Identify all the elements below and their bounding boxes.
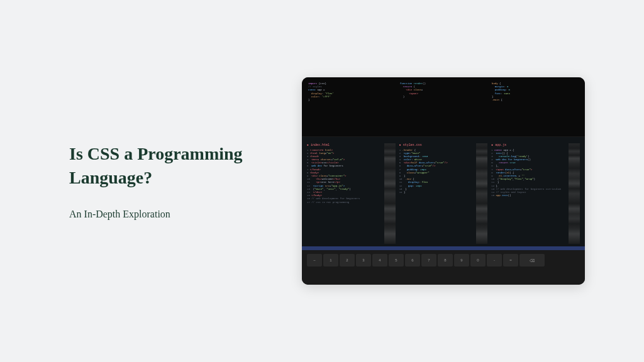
key: 5 bbox=[389, 254, 404, 266]
code-column: import {css} // styles const app = displ… bbox=[308, 82, 395, 131]
key: 8 bbox=[438, 254, 453, 266]
key: 0 bbox=[470, 254, 486, 266]
taskbar bbox=[302, 246, 585, 250]
minimap bbox=[384, 143, 396, 244]
page-subtitle: An In-Depth Exploration bbox=[69, 209, 270, 220]
text-section: Is CSS a Programming Language? An In-Dep… bbox=[69, 142, 270, 220]
key: 2 bbox=[340, 254, 355, 266]
key: 7 bbox=[421, 254, 436, 266]
key: - bbox=[487, 254, 502, 266]
keyboard: ~ 1 2 3 4 5 6 7 8 9 0 - = ⌫ bbox=[302, 250, 585, 285]
bottom-display: ● index.html 1 <!DOCTYPE html> 2 <html l… bbox=[302, 137, 585, 250]
code-column: body { margin: 0 padding: 0 font: sans }… bbox=[492, 82, 579, 131]
top-display: import {css} // styles const app = displ… bbox=[302, 77, 585, 137]
key: 1 bbox=[323, 254, 338, 266]
minimap bbox=[476, 143, 487, 244]
key: 9 bbox=[454, 254, 469, 266]
backspace-key: ⌫ bbox=[519, 254, 545, 266]
key: 6 bbox=[405, 254, 420, 266]
laptop-code-image: import {css} // styles const app = displ… bbox=[302, 77, 585, 285]
key: ~ bbox=[307, 254, 322, 266]
code-column: function render() return ( <div class= <… bbox=[400, 82, 487, 131]
code-column: ● app.js 1 const app = { 2 init() { 3 co… bbox=[491, 143, 565, 244]
key: 3 bbox=[356, 254, 371, 266]
key: 4 bbox=[372, 254, 387, 266]
key: = bbox=[503, 254, 518, 266]
page-title: Is CSS a Programming Language? bbox=[69, 142, 270, 190]
code-column: ● index.html 1 <!DOCTYPE html> 2 <html l… bbox=[307, 143, 380, 244]
minimap bbox=[569, 143, 580, 244]
code-column: ● styles.css 1 .header { 2 type:"main" 3… bbox=[399, 143, 473, 244]
